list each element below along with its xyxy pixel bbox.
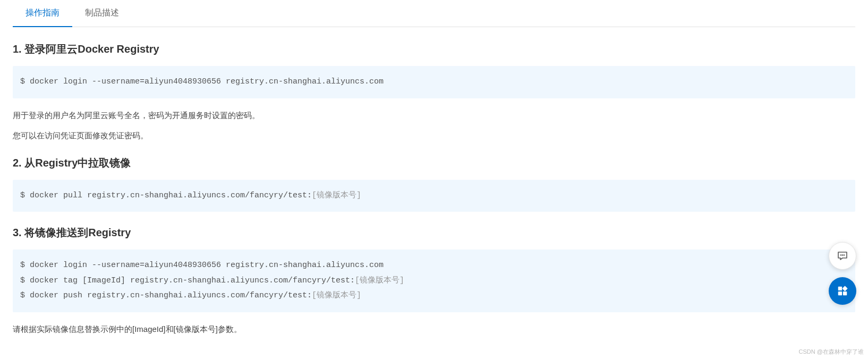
section2-code[interactable]: $ docker pull registry.cn-shanghai.aliyu… [13,180,855,212]
placeholder-text: [镜像版本号] [312,191,361,200]
watermark: CSDN @在森林中穿了谁 [799,348,864,356]
apps-icon [837,285,848,297]
tab-description[interactable]: 制品描述 [72,0,132,27]
floating-buttons [829,242,856,305]
svg-point-2 [844,255,845,255]
apps-button[interactable] [829,277,856,305]
tab-guide[interactable]: 操作指南 [13,0,72,27]
section1-desc2: 您可以在访问凭证页面修改凭证密码。 [13,129,855,142]
chat-icon [836,249,849,262]
section3-heading: 3. 将镜像推送到Registry [13,226,855,240]
svg-rect-4 [842,286,847,291]
svg-point-0 [841,255,841,255]
svg-point-1 [843,255,843,255]
svg-rect-6 [843,292,847,295]
placeholder-text: [镜像版本号] [355,276,404,285]
section1-desc1: 用于登录的用户名为阿里云账号全名，密码为开通服务时设置的密码。 [13,109,855,122]
section3-code-line1: $ docker login --username=aliyun40489306… [20,258,848,273]
svg-rect-3 [838,287,842,290]
section1-code-line: $ docker login --username=aliyun40489306… [20,74,848,90]
svg-rect-5 [838,292,842,295]
tabs-container: 操作指南 制品描述 [13,0,855,27]
section1-code[interactable]: $ docker login --username=aliyun40489306… [13,66,855,98]
section2-heading: 2. 从Registry中拉取镜像 [13,156,855,170]
placeholder-text: [镜像版本号] [312,291,361,300]
section3-desc: 请根据实际镜像信息替换示例中的[ImageId]和[镜像版本号]参数。 [13,323,855,336]
section1-heading: 1. 登录阿里云Docker Registry [13,42,855,56]
section3-code[interactable]: $ docker login --username=aliyun40489306… [13,249,855,312]
chat-button[interactable] [829,242,856,270]
section2-code-line: $ docker pull registry.cn-shanghai.aliyu… [20,188,848,204]
section3-code-line3: $ docker push registry.cn-shanghai.aliyu… [20,288,848,304]
section3-code-line2: $ docker tag [ImageId] registry.cn-shang… [20,273,848,289]
